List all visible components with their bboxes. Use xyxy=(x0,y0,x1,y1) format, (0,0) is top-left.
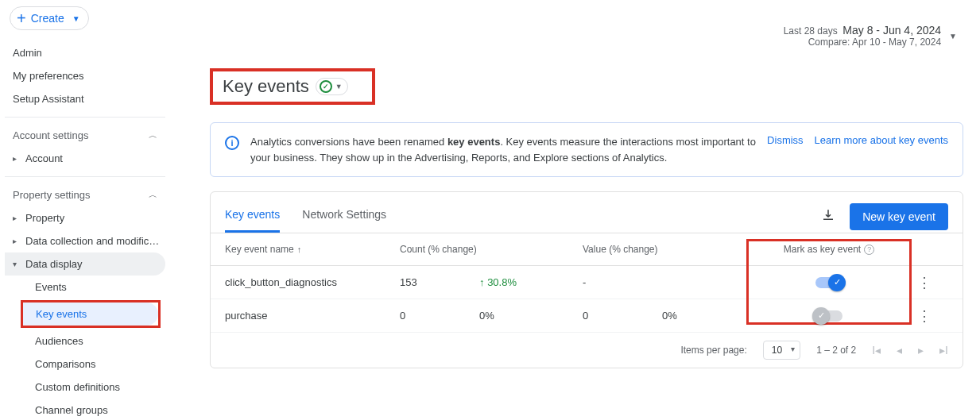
nav-sub-events[interactable]: Events xyxy=(5,276,165,299)
cell-count: 153 xyxy=(400,276,479,288)
caret-right-icon: ▸ xyxy=(13,154,21,163)
table-header: Key event name↑ Count (% change) Value (… xyxy=(211,233,963,266)
mark-toggle[interactable]: ✓ xyxy=(815,310,842,322)
nav-data-collection[interactable]: ▸ Data collection and modification xyxy=(5,229,165,252)
nav-account[interactable]: ▸ Account xyxy=(5,147,165,170)
sidebar: + Create ▼ Admin My preferences Setup As… xyxy=(0,0,170,420)
nav-sub-key-events[interactable]: Key events xyxy=(23,302,158,326)
row-menu-button[interactable]: ⋮ xyxy=(901,307,948,325)
chevron-down-icon[interactable]: ▼ xyxy=(949,32,957,40)
info-banner: i Analytics conversions have been rename… xyxy=(210,122,963,177)
row-menu-button[interactable]: ⋮ xyxy=(901,274,948,291)
check-circle-icon: ✓ xyxy=(320,80,332,93)
create-button[interactable]: + Create ▼ xyxy=(10,6,89,30)
tab-key-events[interactable]: Key events xyxy=(225,200,280,233)
chevron-up-icon: ︿ xyxy=(149,129,157,141)
check-icon: ✓ xyxy=(828,274,846,291)
tab-network-settings[interactable]: Network Settings xyxy=(302,200,386,233)
items-per-page-select[interactable]: 10 xyxy=(763,341,800,360)
col-name[interactable]: Key event name↑ xyxy=(225,244,400,255)
chevron-down-icon: ▼ xyxy=(335,83,343,91)
page-range: 1 – 2 of 2 xyxy=(816,345,856,356)
nav-setup-assistant[interactable]: Setup Assistant xyxy=(5,87,165,110)
check-icon: ✓ xyxy=(812,307,830,325)
help-icon[interactable]: ? xyxy=(864,245,874,255)
table-row: click_button_diagnostics 153 ↑ 30.8% - ✓… xyxy=(211,266,963,299)
cell-count-change: ↑ 30.8% xyxy=(479,276,583,288)
cell-value: - xyxy=(583,276,662,288)
main-content: Last 28 days May 8 - Jun 4, 2024 Compare… xyxy=(170,0,980,420)
date-range-picker[interactable]: Last 28 days May 8 - Jun 4, 2024 Compare… xyxy=(784,24,957,48)
new-key-event-button[interactable]: New key event xyxy=(850,203,948,230)
status-badge-dropdown[interactable]: ✓ ▼ xyxy=(316,78,348,95)
page-prev-icon[interactable]: ◂ xyxy=(897,344,902,356)
nav-sub-channel-groups[interactable]: Channel groups xyxy=(5,399,165,420)
download-icon[interactable] xyxy=(821,208,835,225)
cell-name: purchase xyxy=(225,310,400,322)
learn-more-link[interactable]: Learn more about key events xyxy=(815,134,948,146)
cell-count-change: 0% xyxy=(479,310,583,322)
table-row: purchase 0 0% 0 0% ✓ ⋮ xyxy=(211,299,963,333)
create-label: Create xyxy=(31,12,64,25)
cell-value-change: 0% xyxy=(662,310,757,322)
sort-asc-icon: ↑ xyxy=(297,245,302,254)
page-next-icon[interactable]: ▸ xyxy=(918,344,924,356)
page-last-icon[interactable]: ▸I xyxy=(939,344,948,356)
cell-value: 0 xyxy=(583,310,662,322)
paginator: Items per page: 10 1 – 2 of 2 I◂ ◂ ▸ ▸I xyxy=(211,333,963,368)
highlight-title: Key events ✓ ▼ xyxy=(210,68,375,105)
col-value[interactable]: Value (% change) xyxy=(583,244,757,255)
key-events-card: Key events Network Settings New key even… xyxy=(210,191,963,368)
nav-admin[interactable]: Admin xyxy=(5,41,165,64)
nav-sub-custom-definitions[interactable]: Custom definitions xyxy=(5,376,165,399)
nav-sub-audiences[interactable]: Audiences xyxy=(5,329,165,353)
cell-name: click_button_diagnostics xyxy=(225,276,400,288)
plus-icon: + xyxy=(17,13,26,24)
cell-count: 0 xyxy=(400,310,479,322)
chevron-down-icon: ▼ xyxy=(72,14,80,23)
items-per-page-label: Items per page: xyxy=(680,345,746,356)
highlight-key-events-nav: Key events xyxy=(21,300,161,328)
nav-my-preferences[interactable]: My preferences xyxy=(5,64,165,87)
col-mark: Mark as key event ? xyxy=(757,244,901,255)
info-icon: i xyxy=(225,136,239,150)
caret-right-icon: ▸ xyxy=(13,214,21,222)
section-property-settings[interactable]: Property settings ︿ xyxy=(5,183,165,206)
caret-right-icon: ▸ xyxy=(13,237,21,245)
nav-data-display[interactable]: ▾ Data display xyxy=(5,252,165,276)
mark-toggle[interactable]: ✓ xyxy=(815,277,842,288)
dismiss-link[interactable]: Dismiss xyxy=(767,134,804,146)
info-text: Analytics conversions have been renamed … xyxy=(250,134,756,165)
chevron-up-icon: ︿ xyxy=(149,189,157,201)
nav-property[interactable]: ▸ Property xyxy=(5,206,165,229)
caret-down-icon: ▾ xyxy=(13,260,21,268)
section-account-settings[interactable]: Account settings ︿ xyxy=(5,124,165,147)
page-title: Key events xyxy=(223,76,309,97)
col-count[interactable]: Count (% change) xyxy=(400,244,583,255)
page-first-icon[interactable]: I◂ xyxy=(872,344,881,356)
nav-sub-comparisons[interactable]: Comparisons xyxy=(5,353,165,376)
